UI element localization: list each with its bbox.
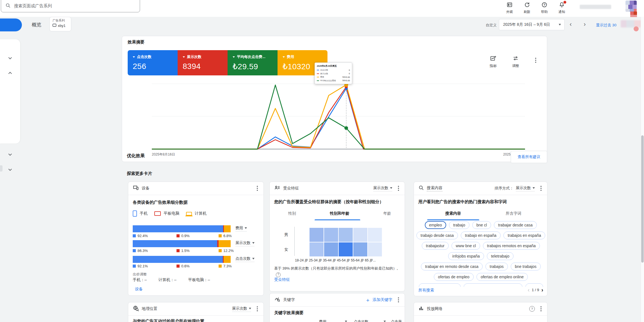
campaign-name: xby1 bbox=[58, 24, 65, 28]
metric-value: 8394 bbox=[178, 59, 228, 71]
heatmap-cell bbox=[310, 228, 324, 242]
x-axis-start-label: 2025年8月16日 bbox=[152, 152, 175, 157]
search-term-chip[interactable]: empleo bbox=[425, 221, 446, 229]
search-term-chip[interactable]: trabajo en españa bbox=[461, 231, 501, 239]
active-nav-pill[interactable] bbox=[0, 18, 22, 31]
demographics-heatmap[interactable]: 18-24 岁 25-34 岁 35-44 岁 45-54 岁 55-64 岁 … bbox=[274, 226, 401, 268]
series-dash-icon bbox=[317, 80, 319, 81]
more-options-icon[interactable] bbox=[540, 308, 542, 309]
tab-2[interactable]: 性别和年龄 bbox=[330, 211, 350, 216]
tab-1[interactable]: 搜索内容 bbox=[445, 211, 461, 216]
more-options-icon[interactable] bbox=[540, 188, 542, 189]
all-searches-link[interactable]: 所有搜索 bbox=[418, 288, 434, 293]
date-range-picker[interactable]: 2025年 8月 16日 – 9月 6日 bbox=[499, 19, 565, 30]
tooltip-label: 平均每次点击费用 bbox=[320, 79, 341, 82]
device-share-bar bbox=[133, 225, 231, 232]
search-term-chip[interactable]: infojobs españa bbox=[448, 252, 484, 260]
tab-3[interactable]: 年龄 bbox=[383, 211, 391, 216]
add-keyword-button[interactable]: ＋添加关键字 bbox=[365, 297, 392, 303]
page-prev-icon[interactable]: ‹ bbox=[528, 287, 530, 293]
metrics-chart-icon bbox=[490, 55, 496, 62]
rail-more-chevron-down-icon[interactable] bbox=[6, 151, 14, 158]
tab-1[interactable]: 性别 bbox=[288, 211, 296, 216]
show-last-30-link[interactable]: 显示过去 30 bbox=[596, 23, 617, 28]
search-term-chip[interactable]: trabajar en remoto desde casa bbox=[421, 263, 483, 270]
device-metric-select[interactable]: 展示次数 bbox=[235, 240, 255, 246]
search-term-chip-clipped[interactable] bbox=[525, 283, 543, 287]
tooltip-row: 费用TRY0.00 bbox=[317, 76, 350, 78]
search-term-chip[interactable]: ofertas de empleo online bbox=[476, 273, 528, 281]
search-term-chip[interactable]: teletrabajo bbox=[487, 252, 514, 260]
search-term-chip[interactable]: trabajos en españa bbox=[503, 231, 545, 239]
device-percent: 1.5% bbox=[177, 249, 190, 253]
phone-segment bbox=[133, 256, 223, 263]
chevron-down-icon[interactable] bbox=[345, 321, 347, 322]
notifications-button[interactable]: 通知 bbox=[556, 2, 567, 14]
locations-metric-select[interactable]: 展示次数 bbox=[232, 306, 251, 312]
view-all-recommendations-button[interactable]: 查看所有建议 bbox=[511, 151, 547, 163]
tab-2[interactable]: 所含字词 bbox=[506, 211, 521, 216]
appearance-button[interactable]: 外观 bbox=[504, 2, 515, 14]
refresh-button[interactable]: 刷新 bbox=[521, 2, 533, 14]
rail-more2-chevron-down-icon[interactable] bbox=[6, 166, 14, 173]
metric-label-row: 点击次数 bbox=[128, 50, 178, 59]
search-term-chip[interactable]: trabajos remotos en españa bbox=[483, 242, 540, 250]
more-options-icon[interactable] bbox=[535, 60, 536, 61]
next-range-button[interactable]: › bbox=[584, 21, 586, 27]
rail-expand-chevron-down-icon[interactable] bbox=[6, 54, 14, 62]
help-icon[interactable]: ? bbox=[529, 306, 535, 312]
search-terms-sort-select[interactable]: 展示次数 bbox=[516, 186, 535, 191]
search-term-chip[interactable]: www bne cl bbox=[452, 242, 480, 250]
laptop-icon bbox=[186, 212, 192, 216]
page-next-icon[interactable]: › bbox=[541, 287, 543, 293]
search-term-chip[interactable]: bne cl bbox=[472, 221, 491, 229]
previous-range-button[interactable]: ‹ bbox=[570, 21, 572, 27]
performance-line-chart[interactable] bbox=[152, 79, 525, 154]
card-title: 关键字 bbox=[283, 297, 295, 302]
search-term-chip-clipped[interactable] bbox=[464, 283, 522, 287]
search-input[interactable]: 搜索页面或广告系列 bbox=[1, 0, 140, 12]
demographics-note: 基于 39% 的展示次数（只有这部分展示所对应的用户性别和年龄是已知的）。? bbox=[274, 266, 400, 277]
scrollbar-thumb[interactable] bbox=[641, 135, 644, 263]
search-term-chip[interactable]: trabajastur bbox=[422, 242, 449, 250]
search-term-chip[interactable]: trabajo bbox=[449, 221, 469, 229]
metrics-button[interactable]: 指标 bbox=[490, 55, 497, 68]
metric-value: ₺29.59 bbox=[228, 59, 278, 71]
search-term-chip[interactable]: ofertas de empleo bbox=[434, 273, 474, 281]
locations-card: 地理位置 展示次数 与您的广告互动过的用户所在地理位置 bbox=[128, 302, 264, 322]
help-icon: ? bbox=[541, 2, 547, 9]
row-label: 男 bbox=[284, 232, 288, 237]
search-term-chip[interactable]: bne trabajos bbox=[511, 263, 541, 270]
device-metric-select[interactable]: 点击次数 bbox=[235, 256, 255, 262]
more-options-icon[interactable] bbox=[257, 188, 258, 189]
rail-collapse-chevron-up-icon[interactable] bbox=[6, 70, 14, 77]
metric-name: 平均每次点击费... bbox=[237, 54, 265, 59]
help-button[interactable]: ?帮助 bbox=[539, 2, 550, 14]
action-label: 帮助 bbox=[541, 10, 548, 14]
device-metric-select[interactable]: 费用 bbox=[235, 226, 247, 231]
more-options-icon[interactable] bbox=[398, 299, 399, 300]
tooltip-value: TRY0.00 bbox=[342, 76, 350, 78]
more-options-icon[interactable] bbox=[257, 308, 258, 309]
metric-card-3[interactable]: 平均每次点击费...₺29.59 bbox=[228, 50, 278, 75]
more-options-icon[interactable] bbox=[398, 188, 399, 189]
demographics-metric-select[interactable]: 展示次数 bbox=[373, 186, 392, 191]
chevron-down-icon[interactable] bbox=[384, 321, 386, 322]
legend-swatch-icon bbox=[133, 249, 136, 252]
search-term-chip[interactable]: trabajar desde casa bbox=[494, 221, 537, 229]
metric-card-1[interactable]: 点击次数256 bbox=[128, 50, 178, 75]
account-info-redacted bbox=[580, 5, 611, 9]
search-term-chip-clipped[interactable] bbox=[419, 283, 461, 287]
avatar[interactable] bbox=[625, 1, 637, 12]
help-icon[interactable]: ? bbox=[276, 272, 281, 277]
card-title: 投放网络 bbox=[427, 306, 443, 311]
demographics-link[interactable]: 受众特征 bbox=[274, 277, 290, 282]
metric-card-2[interactable]: 展示次数8394 bbox=[178, 50, 228, 75]
campaign-selector-chip[interactable]: 广告系列 xby1 bbox=[49, 17, 71, 31]
search-term-chip[interactable]: trabajo desde casa bbox=[416, 231, 458, 239]
adjust-button[interactable]: 调整 bbox=[512, 55, 519, 68]
search-term-chip[interactable]: trabajos bbox=[485, 263, 508, 270]
keyword-icon bbox=[274, 296, 280, 304]
chip-row: ofertas de empleoofertas de empleo onlin… bbox=[414, 273, 547, 281]
devices-link[interactable]: 设备 bbox=[135, 287, 143, 292]
